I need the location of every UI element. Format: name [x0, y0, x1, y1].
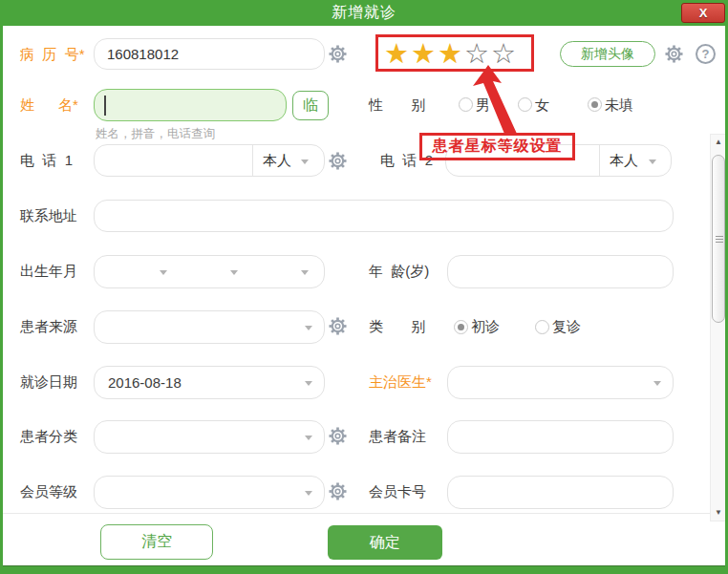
age-input[interactable] — [447, 255, 674, 288]
temp-patient-button[interactable]: 临 — [292, 91, 329, 120]
patient-class-dropdown[interactable] — [94, 420, 325, 454]
member-level-dropdown[interactable] — [94, 476, 325, 509]
title-bar: 新增就诊 — [0, 0, 728, 26]
birth-date-dropdowns[interactable] — [94, 255, 325, 288]
phone-settings-gear-icon[interactable] — [328, 151, 348, 171]
gender-female-radio[interactable] — [518, 97, 532, 112]
phone1-input[interactable] — [96, 146, 249, 175]
gender-male-option[interactable]: 男 — [476, 89, 490, 121]
window-bottom-border — [0, 565, 728, 574]
category-return-visit-option[interactable]: 复诊 — [552, 310, 581, 344]
text-cursor — [104, 96, 106, 116]
visit-date-value: 2016-08-18 — [108, 374, 182, 391]
source-settings-gear-icon[interactable] — [328, 316, 348, 336]
clear-button[interactable]: 清空 — [100, 524, 213, 560]
doctor-chevron-down-icon — [653, 381, 661, 386]
empty-stars-icon: ☆☆ — [464, 39, 518, 68]
address-input[interactable] — [94, 200, 674, 232]
member-level-chevron-down-icon — [305, 491, 312, 496]
patient-class-label: 患者分类 — [20, 420, 77, 454]
category-label: 类 别 — [369, 310, 425, 344]
dialog-title: 新增就诊 — [332, 3, 396, 23]
confirm-button[interactable]: 确定 — [328, 525, 442, 560]
visit-date-label: 就诊日期 — [20, 366, 77, 399]
doctor-dropdown[interactable] — [447, 366, 674, 399]
scroll-up-icon[interactable]: ▲ — [711, 137, 726, 148]
record-no-label: 病 历 号* — [20, 38, 85, 71]
member-level-settings-gear-icon[interactable] — [328, 481, 348, 501]
member-card-input[interactable] — [447, 476, 674, 509]
birth-label: 出生年月 — [20, 255, 77, 288]
phone2-relation-chevron-down-icon[interactable] — [649, 159, 656, 164]
close-icon: X — [699, 6, 708, 20]
scrollbar[interactable]: ▲ ▼ — [710, 134, 727, 521]
visit-date-chevron-down-icon — [305, 381, 312, 386]
scroll-down-icon[interactable]: ▼ — [711, 507, 726, 519]
doctor-label: 主治医生* — [369, 366, 432, 399]
scrollbar-thumb[interactable] — [712, 155, 725, 323]
filled-stars-icon: ★★★ — [384, 39, 464, 68]
address-label: 联系地址 — [20, 200, 77, 232]
phone1-relation-value: 本人 — [263, 152, 291, 170]
annotation-text: 患者星标等级设置 — [433, 137, 563, 157]
footer-divider — [3, 513, 710, 514]
phone1-combo: 本人 — [94, 144, 325, 177]
gender-unknown-option[interactable]: 未填 — [605, 89, 633, 121]
category-return-visit-radio[interactable] — [535, 320, 549, 334]
birth-year-chevron-down-icon[interactable] — [160, 270, 167, 275]
name-search-hint: 姓名，拼音，电话查询 — [96, 126, 215, 142]
help-icon[interactable]: ? — [696, 44, 716, 64]
name-label: 姓 名* — [20, 89, 78, 121]
patient-note-input[interactable] — [447, 420, 674, 454]
name-input[interactable] — [94, 89, 287, 121]
phone1-relation-chevron-down-icon[interactable] — [301, 159, 309, 164]
source-label: 患者来源 — [20, 310, 77, 344]
gender-female-option[interactable]: 女 — [535, 89, 549, 121]
new-visit-dialog: 新增就诊 X 病 历 号* ★★★ ☆☆ 新增头像 ? 姓 名* 临 性 别 男… — [0, 0, 728, 574]
close-button[interactable]: X — [681, 3, 725, 23]
category-first-visit-radio[interactable] — [454, 320, 468, 334]
patient-class-settings-gear-icon[interactable] — [328, 426, 348, 446]
age-label: 年 龄(岁) — [369, 255, 429, 288]
birth-day-chevron-down-icon[interactable] — [301, 270, 309, 275]
phone2-relation-value: 本人 — [610, 152, 638, 170]
source-chevron-down-icon — [305, 326, 312, 330]
scrollbar-grip — [716, 236, 723, 244]
annotation-box: 患者星标等级设置 — [419, 133, 575, 160]
patient-class-chevron-down-icon — [305, 436, 312, 440]
patient-note-label: 患者备注 — [369, 420, 426, 454]
category-first-visit-option[interactable]: 初诊 — [471, 310, 500, 344]
header-settings-gear-icon[interactable] — [664, 44, 684, 64]
gender-label: 性 别 — [369, 89, 425, 121]
phone1-label: 电 话 1 — [20, 144, 73, 177]
gender-unknown-radio[interactable] — [588, 97, 602, 112]
member-level-label: 会员等级 — [20, 476, 77, 509]
birth-month-chevron-down-icon[interactable] — [230, 270, 238, 275]
star-rating[interactable]: ★★★ ☆☆ — [375, 34, 534, 72]
source-dropdown[interactable] — [94, 310, 325, 344]
record-settings-gear-icon[interactable] — [328, 44, 348, 64]
add-avatar-button[interactable]: 新增头像 — [560, 41, 655, 67]
member-card-label: 会员卡号 — [369, 476, 426, 509]
gender-male-radio[interactable] — [459, 97, 473, 112]
record-no-input[interactable] — [94, 38, 325, 70]
visit-date-dropdown[interactable]: 2016-08-18 — [94, 366, 325, 399]
